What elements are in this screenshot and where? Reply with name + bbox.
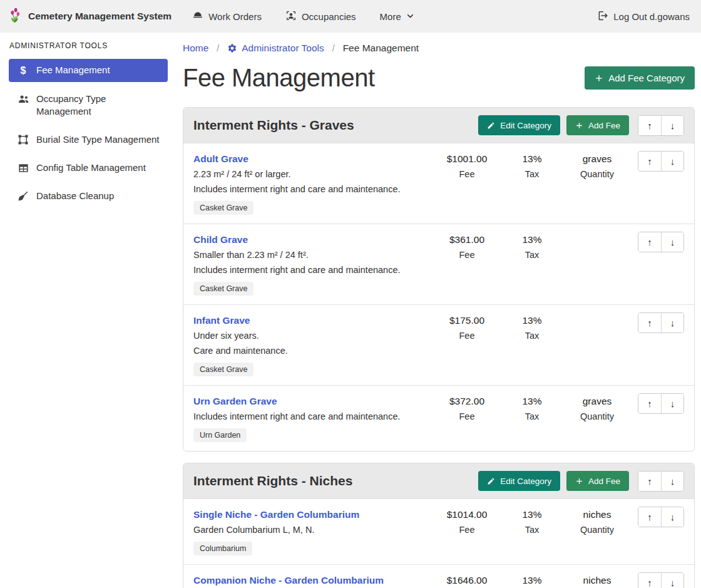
sidebar-item-label: Fee Management — [36, 64, 110, 76]
fee-tax-column: 13% Tax — [501, 507, 563, 537]
fee-amount-column: $1014.00 Fee — [432, 507, 501, 537]
move-fee-down-button[interactable]: ↓ — [661, 232, 683, 252]
fee-name-link[interactable]: Infant Grave — [193, 312, 250, 328]
move-fee-up-button[interactable]: ↑ — [638, 394, 661, 413]
category-reorder-group: ↑ ↓ — [638, 471, 684, 492]
fee-description: Includes interment right and care and ma… — [193, 262, 432, 277]
fee-quantity-value: graves — [563, 393, 632, 409]
dollar-icon: $ — [17, 64, 29, 77]
edit-category-button[interactable]: Edit Category — [478, 471, 560, 491]
fee-tax-value: 13% — [501, 507, 563, 522]
move-fee-up-button[interactable]: ↑ — [638, 313, 661, 333]
fee-amount-value: $1001.00 — [432, 151, 501, 167]
people-icon — [17, 93, 29, 105]
logout-button[interactable]: Log Out d.gowans — [597, 10, 690, 23]
fee-category-card: Interment Rights - Niches Edit Category … — [183, 463, 695, 588]
move-fee-down-button[interactable]: ↓ — [661, 313, 683, 333]
fee-name-link[interactable]: Adult Grave — [193, 151, 248, 167]
sidebar-item-fee-management[interactable]: $ Fee Management — [9, 59, 168, 82]
move-category-down-button[interactable]: ↓ — [661, 472, 683, 491]
move-fee-down-button[interactable]: ↓ — [661, 152, 683, 171]
move-category-up-button[interactable]: ↑ — [638, 116, 661, 135]
breadcrumb-admin-tools-link[interactable]: Administrator Tools — [227, 43, 324, 54]
fee-name-link[interactable]: Urn Garden Grave — [193, 393, 277, 409]
tulip-logo-icon — [8, 6, 23, 27]
edit-category-button[interactable]: Edit Category — [478, 115, 560, 135]
add-fee-label: Add Fee — [588, 121, 620, 130]
pencil-icon — [487, 121, 495, 130]
nav-item-label: Work Orders — [208, 11, 262, 22]
fee-name-link[interactable]: Single Niche - Garden Columbarium — [193, 507, 359, 522]
fee-description: Care and maintenance. — [193, 343, 432, 358]
fee-quantity-column: niches Quantity — [563, 572, 632, 588]
fee-row: Infant Grave Under six years.Care and ma… — [183, 304, 694, 385]
pencil-icon — [487, 477, 495, 485]
breadcrumb-separator: / — [217, 43, 219, 53]
fee-reorder-group: ↑ ↓ — [638, 151, 684, 172]
move-fee-up-button[interactable]: ↑ — [638, 507, 661, 527]
sidebar-item-occupancy-type-management[interactable]: Occupancy Type Management — [9, 88, 168, 123]
plus-icon — [595, 74, 603, 83]
move-fee-down-button[interactable]: ↓ — [661, 507, 683, 527]
nav-occupancies[interactable]: Occupancies — [285, 10, 356, 23]
fee-tax-label: Tax — [501, 409, 563, 424]
move-category-up-button[interactable]: ↑ — [638, 472, 661, 491]
fee-row: Urn Garden Grave Includes interment righ… — [183, 385, 694, 451]
gear-icon — [227, 43, 237, 53]
add-fee-button[interactable]: Add Fee — [566, 471, 629, 491]
fee-amount-column: $1646.00 Fee — [432, 572, 501, 588]
move-fee-down-button[interactable]: ↓ — [661, 394, 683, 413]
fee-amount-column: $361.00 Fee — [432, 232, 501, 262]
add-fee-button[interactable]: Add Fee — [566, 115, 629, 135]
nav-item-label: More — [380, 11, 401, 22]
categories: Interment Rights - Graves Edit Category … — [183, 107, 695, 588]
fee-type-badge: Columbarium — [193, 542, 252, 555]
fee-type-badge: Urn Garden — [193, 428, 247, 442]
move-fee-up-button[interactable]: ↑ — [638, 152, 661, 171]
nav-more[interactable]: More — [380, 11, 414, 22]
fee-reorder-group: ↑ ↓ — [638, 572, 684, 588]
sidebar-section-label: ADMINISTRATOR TOOLS — [9, 41, 168, 50]
move-fee-up-button[interactable]: ↑ — [638, 573, 661, 588]
brand[interactable]: Cemetery Management System — [8, 6, 171, 27]
add-fee-label: Add Fee — [588, 477, 620, 486]
fee-tax-value: 13% — [501, 312, 563, 328]
fee-amount-value: $372.00 — [432, 393, 501, 409]
fee-amount-column: $175.00 Fee — [432, 312, 501, 343]
chevron-down-icon — [406, 11, 414, 22]
fee-amount-label: Fee — [432, 167, 501, 182]
fee-quantity-value: niches — [563, 507, 632, 522]
breadcrumb-home-link[interactable]: Home — [183, 43, 208, 54]
fee-reorder-group: ↑ ↓ — [638, 507, 684, 527]
add-fee-category-button[interactable]: Add Fee Category — [585, 66, 695, 90]
fee-quantity-column: niches Quantity — [563, 507, 632, 537]
fee-type-badge: Casket Grave — [193, 363, 253, 376]
fee-quantity-value: graves — [563, 151, 632, 167]
fee-description: Garden Columbarium L, M, N. — [193, 522, 432, 537]
fee-amount-label: Fee — [432, 522, 501, 537]
fee-quantity-label: Quantity — [563, 167, 632, 182]
fee-list: Adult Grave 2.23 m² / 24 ft² or larger.I… — [183, 143, 694, 451]
sidebar-item-database-cleanup[interactable]: Database Cleanup — [9, 185, 168, 207]
move-category-down-button[interactable]: ↓ — [661, 116, 683, 135]
fee-name-link[interactable]: Companion Niche - Garden Columbarium — [193, 572, 384, 588]
fee-amount-value: $361.00 — [432, 232, 501, 247]
sidebar-item-label: Database Cleanup — [36, 190, 114, 202]
sidebar-item-burial-site-type-management[interactable]: Burial Site Type Management — [9, 128, 168, 151]
fee-tax-value: 13% — [501, 151, 563, 167]
add-fee-category-label: Add Fee Category — [608, 73, 685, 83]
fee-tax-column: 13% Tax — [501, 393, 563, 424]
move-fee-down-button[interactable]: ↓ — [661, 573, 683, 588]
fee-amount-value: $175.00 — [432, 312, 501, 328]
main-content: Home / Administrator Tools / Fee Managem… — [175, 33, 701, 588]
category-title: Interment Rights - Graves — [193, 118, 472, 133]
fee-amount-column: $372.00 Fee — [432, 393, 501, 424]
fee-name-link[interactable]: Child Grave — [193, 232, 248, 247]
nav-work-orders[interactable]: Work Orders — [192, 10, 262, 23]
fee-description: Includes interment right and care and ma… — [193, 409, 432, 424]
fee-tax-value: 13% — [501, 232, 563, 247]
plus-icon — [575, 121, 583, 130]
sidebar-item-label: Burial Site Type Management — [36, 133, 160, 146]
move-fee-up-button[interactable]: ↑ — [638, 232, 661, 252]
sidebar-item-config-table-management[interactable]: Config Table Management — [9, 157, 168, 179]
